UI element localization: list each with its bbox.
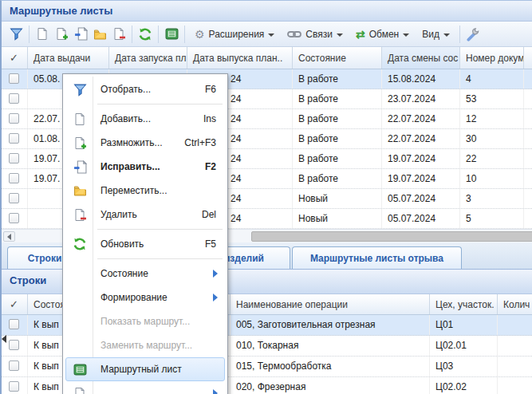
doc-icon bbox=[36, 27, 49, 41]
cell-filler bbox=[524, 89, 532, 108]
context-menu: Отобрать...F6Добавить...InsРазмножить...… bbox=[62, 73, 228, 394]
links-menu[interactable]: Связи bbox=[281, 25, 349, 44]
column-header-quantity[interactable]: Колич bbox=[498, 294, 532, 314]
toolbar: ⚙ Расширения Связи ⇄ Обмен Вид bbox=[2, 22, 532, 47]
menu-item-label: Размножить... bbox=[93, 137, 184, 148]
doc-icon bbox=[66, 112, 93, 126]
filter-button[interactable] bbox=[6, 25, 26, 44]
checkbox[interactable] bbox=[9, 153, 19, 164]
submenu-arrow-icon bbox=[213, 294, 218, 301]
excel-icon bbox=[165, 27, 179, 41]
checkbox[interactable] bbox=[9, 193, 19, 203]
checkbox[interactable] bbox=[9, 340, 19, 350]
checkbox[interactable] bbox=[9, 381, 19, 392]
move-button[interactable] bbox=[90, 25, 109, 44]
cell-state-change-date: 19.07.2024 bbox=[382, 149, 460, 168]
cell-doc-number: 53 bbox=[460, 89, 524, 108]
chevron-down-icon bbox=[403, 33, 409, 37]
cell-doc-number: 12 bbox=[460, 109, 524, 128]
column-header-release-date[interactable]: Дата выпуска план.. bbox=[187, 47, 293, 69]
column-header-shop[interactable]: Цех, участок. bbox=[430, 294, 498, 314]
menu-item-обновить[interactable]: ОбновитьF5 bbox=[65, 232, 225, 256]
checkbox[interactable] bbox=[9, 113, 19, 124]
menu-item-формирование[interactable]: Формирование bbox=[65, 286, 225, 309]
cell-state: В работе bbox=[293, 169, 382, 188]
column-header-state-change-date[interactable]: Дата смены сос bbox=[382, 47, 460, 69]
route-sheets-window: Маршрутные листы ⚙ Расширения Связи ⇄ Об… bbox=[0, 0, 532, 394]
folder-icon bbox=[93, 28, 107, 41]
extensions-menu-label: Расширения bbox=[209, 29, 265, 40]
cell-state-change-date: 23.07.2024 bbox=[382, 89, 460, 108]
column-header-doc-number[interactable]: Номер докум bbox=[460, 47, 524, 69]
tab-tearoff-route-sheets[interactable]: Маршрутные листы отрыва bbox=[292, 246, 462, 269]
view-menu-label: Вид bbox=[422, 29, 439, 40]
checkbox[interactable] bbox=[9, 133, 19, 144]
select-all-header[interactable]: ✓ bbox=[2, 294, 28, 314]
extensions-menu[interactable]: ⚙ Расширения bbox=[188, 25, 281, 44]
refresh-icon bbox=[66, 237, 93, 251]
grid-header-row: ✓ Дата выдачи Дата запуска пл Дата выпус… bbox=[2, 47, 532, 69]
menu-separator bbox=[97, 258, 223, 259]
checkbox[interactable] bbox=[9, 73, 19, 84]
cell-operation-name: 010, Токарная bbox=[231, 336, 430, 356]
menu-item-отобрать[interactable]: Отобрать...F6 bbox=[65, 77, 225, 101]
chevron-down-icon bbox=[443, 33, 450, 37]
view-menu[interactable]: Вид bbox=[416, 25, 456, 44]
menu-item-маршрутный-лист[interactable]: Маршрутный лист bbox=[65, 357, 225, 381]
row-checkbox-cell bbox=[2, 315, 28, 335]
chevron-down-icon bbox=[268, 33, 274, 37]
menu-item-добавить[interactable]: Добавить...Ins bbox=[65, 107, 225, 131]
exchange-menu[interactable]: ⇄ Обмен bbox=[349, 25, 416, 44]
cell-filler bbox=[524, 189, 532, 208]
menu-item-shortcut: Ctrl+F3 bbox=[184, 137, 224, 148]
row-checkbox-cell bbox=[2, 149, 28, 168]
splitter-collapse-icon[interactable] bbox=[2, 335, 6, 343]
select-all-header[interactable]: ✓ bbox=[2, 47, 28, 69]
menu-item-partial[interactable] bbox=[65, 381, 225, 394]
cell-shop: Ц01 bbox=[430, 315, 498, 335]
checkbox[interactable] bbox=[9, 361, 19, 371]
cell-doc-number: 10 bbox=[460, 169, 524, 188]
duplicate-button[interactable] bbox=[52, 25, 71, 44]
menu-item-удалить[interactable]: УдалитьDel bbox=[65, 203, 225, 227]
cell-state-change-date: 05.07.2024 bbox=[382, 209, 460, 228]
checkbox[interactable] bbox=[9, 319, 19, 329]
column-header-issue-date[interactable]: Дата выдачи bbox=[28, 47, 109, 69]
column-header-state[interactable]: Состояние bbox=[293, 47, 382, 69]
menu-item-label: Заменить маршрут... bbox=[93, 340, 224, 351]
menu-item-label: Обновить bbox=[93, 238, 205, 250]
menu-separator bbox=[97, 229, 223, 230]
menu-item-label: Удалить bbox=[93, 209, 202, 220]
menu-item-состояние[interactable]: Состояние bbox=[65, 262, 225, 286]
doc-plus-icon bbox=[66, 136, 93, 150]
rows-panel-title: Строки bbox=[10, 274, 46, 286]
row-checkbox-cell bbox=[2, 209, 28, 228]
add-button[interactable] bbox=[33, 25, 52, 44]
refresh-button[interactable] bbox=[136, 25, 155, 44]
edit-button[interactable] bbox=[71, 25, 90, 44]
menu-separator bbox=[97, 104, 223, 104]
column-header-operation-name[interactable]: Наименование операции bbox=[231, 294, 430, 314]
menu-item-исправить[interactable]: Исправить...F2 bbox=[65, 155, 225, 179]
menu-item-размножить[interactable]: Размножить...Ctrl+F3 bbox=[65, 131, 225, 155]
cell-filler bbox=[524, 69, 532, 89]
folder-icon bbox=[66, 184, 93, 197]
checkbox[interactable] bbox=[9, 213, 19, 223]
delete-button[interactable] bbox=[109, 25, 128, 44]
cell-quantity bbox=[498, 336, 532, 356]
cell-state: Новый bbox=[293, 209, 382, 228]
scroll-left-icon bbox=[7, 234, 11, 240]
toolbar-separator bbox=[184, 26, 185, 43]
scrollbar-thumb[interactable] bbox=[251, 231, 532, 242]
menu-item-shortcut: Del bbox=[202, 209, 224, 220]
scroll-left-button[interactable] bbox=[3, 231, 15, 242]
column-header-launch-date[interactable]: Дата запуска пл bbox=[109, 47, 187, 69]
row-checkbox-cell bbox=[2, 109, 28, 128]
menu-item-переместить[interactable]: Переместить... bbox=[65, 179, 225, 203]
export-excel-button[interactable] bbox=[162, 25, 181, 44]
checkbox[interactable] bbox=[9, 173, 19, 183]
doc-icon bbox=[66, 387, 93, 394]
window-titlebar: Маршрутные листы bbox=[2, 1, 532, 22]
checkbox[interactable] bbox=[9, 93, 19, 104]
settings-wrench-button[interactable] bbox=[463, 25, 483, 44]
